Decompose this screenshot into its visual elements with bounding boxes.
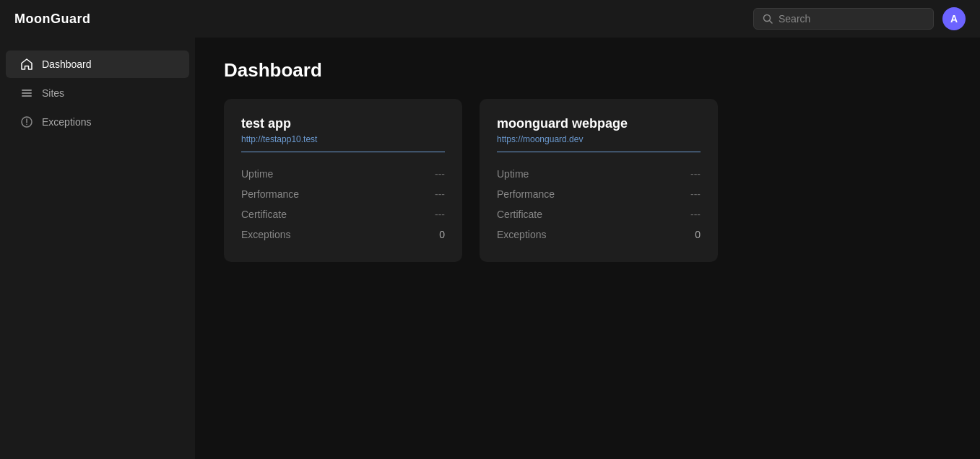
sidebar-item-sites[interactable]: Sites — [6, 79, 189, 107]
svg-rect-3 — [22, 92, 32, 94]
site-card-url-2[interactable]: https://moonguard.dev — [497, 134, 701, 152]
metric-row-exceptions-1: Exceptions 0 — [241, 224, 445, 245]
metric-label-uptime-2: Uptime — [497, 168, 529, 180]
site-card-title-2: moonguard webpage — [497, 116, 701, 131]
metric-label-performance-1: Performance — [241, 188, 299, 200]
metric-value-exceptions-1: 0 — [439, 229, 445, 240]
site-card-test-app: test app http://testapp10.test Uptime --… — [224, 99, 462, 262]
metric-row-performance-1: Performance --- — [241, 184, 445, 204]
metric-label-exceptions-2: Exceptions — [497, 229, 546, 240]
page-title: Dashboard — [224, 59, 951, 82]
site-card-url-1[interactable]: http://testapp10.test — [241, 134, 445, 152]
site-card-moonguard-webpage: moonguard webpage https://moonguard.dev … — [480, 99, 718, 262]
metric-row-uptime-1: Uptime --- — [241, 164, 445, 184]
cards-grid: test app http://testapp10.test Uptime --… — [224, 99, 951, 262]
metric-row-certificate-2: Certificate --- — [497, 204, 701, 224]
metric-row-exceptions-2: Exceptions 0 — [497, 224, 701, 245]
sidebar-item-sites-label: Sites — [42, 87, 64, 99]
metric-value-performance-2: --- — [690, 188, 701, 200]
metric-label-certificate-1: Certificate — [241, 209, 287, 220]
metric-label-certificate-2: Certificate — [497, 209, 542, 220]
metric-value-uptime-2: --- — [690, 168, 701, 180]
search-input[interactable] — [779, 13, 924, 25]
topbar-right: A — [753, 7, 966, 30]
metric-label-exceptions-1: Exceptions — [241, 229, 290, 240]
sidebar: Dashboard Sites — [0, 38, 195, 459]
metric-value-certificate-1: --- — [435, 209, 445, 220]
svg-line-1 — [770, 21, 773, 24]
sidebar-item-exceptions[interactable]: Exceptions — [6, 108, 189, 136]
page-content: Dashboard test app http://testapp10.test… — [195, 38, 980, 459]
app-logo: MoonGuard — [14, 12, 91, 27]
metric-label-performance-2: Performance — [497, 188, 555, 200]
svg-point-7 — [26, 124, 27, 126]
avatar[interactable]: A — [942, 7, 966, 30]
search-bar — [753, 8, 934, 30]
home-icon — [20, 58, 33, 71]
sidebar-item-exceptions-label: Exceptions — [42, 116, 91, 128]
site-card-title-1: test app — [241, 116, 445, 131]
main-area: Dashboard Sites — [0, 38, 980, 459]
metric-row-uptime-2: Uptime --- — [497, 164, 701, 184]
metric-label-uptime-1: Uptime — [241, 168, 273, 180]
metric-value-performance-1: --- — [435, 188, 445, 200]
metric-value-certificate-2: --- — [690, 209, 701, 220]
metric-row-certificate-1: Certificate --- — [241, 204, 445, 224]
sidebar-item-dashboard-label: Dashboard — [42, 58, 92, 70]
exceptions-icon — [20, 115, 33, 128]
search-icon — [763, 14, 773, 24]
metric-value-exceptions-2: 0 — [695, 229, 701, 240]
topbar: MoonGuard A — [0, 0, 980, 38]
metric-row-performance-2: Performance --- — [497, 184, 701, 204]
metric-value-uptime-1: --- — [435, 168, 445, 180]
sites-icon — [20, 87, 33, 100]
svg-rect-4 — [22, 95, 32, 97]
app-container: MoonGuard A — [0, 0, 980, 459]
svg-rect-2 — [22, 89, 32, 91]
sidebar-item-dashboard[interactable]: Dashboard — [6, 51, 189, 78]
